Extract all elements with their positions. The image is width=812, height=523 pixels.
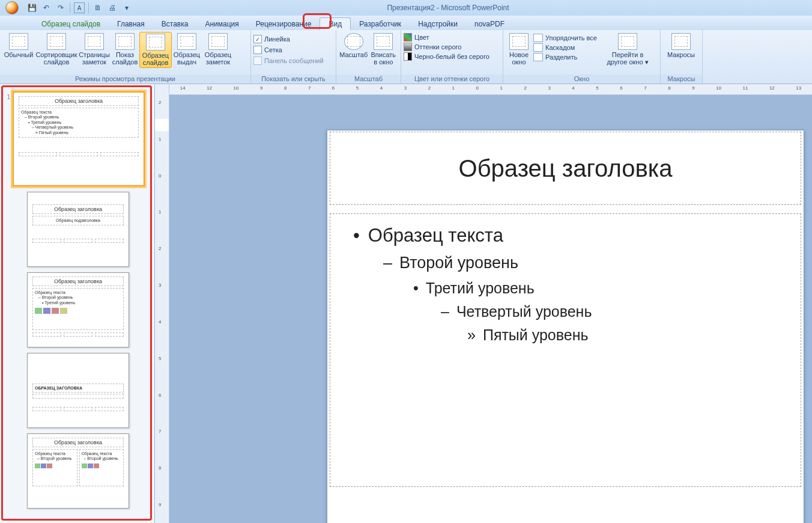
- tab-addins[interactable]: Надстройки: [410, 18, 466, 30]
- chk-gridlines[interactable]: Сетка: [253, 44, 282, 55]
- split-icon: [533, 53, 543, 61]
- edit-area: 210123456789 141210987654321012345678910…: [155, 84, 812, 523]
- qat-print[interactable]: 🖨: [107, 2, 118, 13]
- bullet-level-1: Образец текста: [353, 225, 792, 246]
- title-bar: 💾 ↶ ↷ A 🗎 🖨 ▾ Презентация2 - Microsoft P…: [0, 0, 812, 16]
- content-placeholder[interactable]: Образец текста Второй уровень Третий уро…: [330, 213, 801, 487]
- qat-separator: [88, 2, 89, 13]
- thumbnail-master[interactable]: 1 Образец заголовка Образец текста – Вто…: [3, 90, 150, 190]
- qat-redo[interactable]: ↷: [55, 2, 66, 13]
- new-window-icon: [509, 33, 529, 50]
- bullet-level-3: Третий уровень: [413, 280, 792, 297]
- macros-icon: [671, 33, 691, 50]
- checkbox-icon: [253, 57, 262, 65]
- label: Вписать: [371, 51, 396, 58]
- btn-arrange-all[interactable]: Упорядочить все: [532, 33, 604, 43]
- switch-window-icon: [618, 33, 637, 50]
- tab-animation[interactable]: Анимация: [196, 18, 247, 30]
- ribbon: Обычный Сортировщикслайдов Страницызамет…: [0, 30, 812, 84]
- arrange-icon: [533, 34, 543, 42]
- title-text: Образец заголовка: [459, 155, 673, 182]
- office-button[interactable]: [0, 0, 24, 16]
- btn-new-window[interactable]: Новоеокно: [506, 32, 532, 67]
- label: Черно-белый без серого: [414, 53, 489, 60]
- btn-cascade[interactable]: Каскадом: [532, 43, 604, 52]
- group-show-hide: ✓Линейка Сетка Панель сообщений Показать…: [251, 30, 336, 84]
- slide-canvas[interactable]: Образец заголовка Образец текста Второй …: [169, 95, 812, 523]
- label: Обычный: [4, 51, 34, 58]
- label: Перейти в: [612, 51, 644, 58]
- slide-master-icon: [146, 34, 165, 50]
- notes-icon: [85, 33, 104, 50]
- btn-grayscale[interactable]: Оттенки серого: [404, 42, 461, 52]
- btn-notes-master[interactable]: Образецзаметок: [202, 32, 234, 67]
- thumb-number: 1: [5, 94, 10, 100]
- label: окно: [512, 58, 526, 66]
- label: Линейка: [264, 35, 290, 43]
- label: слайдов: [143, 59, 169, 66]
- thumbnail-layout[interactable]: ОБРАЗЕЦ ЗАГОЛОВКА: [3, 351, 150, 432]
- btn-slide-master[interactable]: Образецслайдов: [139, 32, 172, 68]
- btn-notes-page[interactable]: Страницызаметок: [78, 32, 111, 67]
- checkbox-icon: ✓: [253, 35, 262, 43]
- window-title: Презентация2 - Microsoft PowerPoint: [132, 4, 764, 12]
- thumb-text: Образец текста: [21, 110, 136, 115]
- label: слайдов: [44, 58, 70, 66]
- btn-fit-window[interactable]: Вписатьв окно: [369, 32, 399, 67]
- thumb-slide: Образец заголовка Образец текста – Второ…: [13, 91, 145, 186]
- thumb-text: – Второй уровень: [84, 456, 122, 461]
- chk-ruler[interactable]: ✓Линейка: [253, 34, 290, 44]
- label: в окно: [374, 58, 393, 66]
- btn-color[interactable]: Цвет: [404, 32, 429, 42]
- bullet-level-2: Второй уровень: [383, 254, 792, 272]
- thumbnail-layout[interactable]: Образец заголовка Образец подзаголовка: [3, 190, 150, 271]
- btn-handout-master[interactable]: Образецвыдач: [172, 32, 202, 67]
- tab-home[interactable]: Главная: [109, 18, 153, 30]
- btn-slide-show[interactable]: Показслайдов: [111, 32, 139, 67]
- thumb-text: – Второй уровень: [37, 456, 75, 461]
- label: Цвет: [414, 34, 429, 41]
- btn-normal-view[interactable]: Обычный: [2, 32, 35, 60]
- thumb-slide: Образец заголовка Образец текста – Второ…: [27, 272, 129, 347]
- qat-separator: [70, 2, 70, 13]
- thumb-slide: ОБРАЗЕЦ ЗАГОЛОВКА: [27, 353, 129, 428]
- label: Масштаб: [339, 51, 368, 58]
- thumb-text: Образец текста: [82, 451, 122, 456]
- group-label: Масштаб: [336, 75, 401, 84]
- btn-move-split[interactable]: Разделить: [532, 52, 604, 62]
- label: Разделить: [545, 54, 577, 61]
- thumb-text: • Третий уровень: [28, 120, 136, 125]
- bullet-level-5: Пятый уровень: [467, 326, 792, 344]
- qat-undo[interactable]: ↶: [41, 2, 52, 13]
- slide-thumbnails-pane: 1 Образец заголовка Образец текста – Вто…: [0, 84, 155, 523]
- qat-new[interactable]: 🗎: [92, 2, 103, 13]
- tab-slide-master[interactable]: Образец слайдов: [33, 18, 109, 30]
- thumbnail-layout[interactable]: Образец заголовка Образец текста – Второ…: [3, 271, 150, 351]
- btn-switch-windows[interactable]: Перейти вдругое окно ▾: [604, 32, 651, 67]
- thumb-subtitle: Образец подзаголовка: [32, 216, 124, 225]
- tab-developer[interactable]: Разработчик: [351, 18, 410, 30]
- quick-access-toolbar: 💾 ↶ ↷ A 🗎 🖨 ▾: [26, 2, 132, 13]
- qat-customize[interactable]: ▾: [121, 2, 132, 13]
- btn-slide-sorter[interactable]: Сортировщикслайдов: [35, 32, 78, 67]
- btn-macros[interactable]: Макросы: [663, 32, 699, 60]
- vertical-ruler: 210123456789: [155, 84, 169, 523]
- btn-black-white[interactable]: Черно-белый без серого: [404, 52, 489, 61]
- tab-novapdf[interactable]: novaPDF: [466, 18, 513, 30]
- highlight-thumbnails: 1 Образец заголовка Образец текста – Вто…: [1, 85, 152, 521]
- qat-textbox[interactable]: A: [74, 2, 85, 13]
- group-label: Цвет или оттенки серого: [401, 75, 503, 84]
- label: Образец: [142, 52, 169, 59]
- thumbnail-layout[interactable]: Образец заголовка Образец текста – Второ…: [3, 432, 150, 512]
- qat-save[interactable]: 💾: [26, 2, 37, 13]
- slide-master-preview: Образец заголовка Образец текста Второй …: [327, 130, 804, 523]
- title-placeholder[interactable]: Образец заголовка: [330, 132, 801, 205]
- label: Образец: [174, 51, 200, 58]
- btn-zoom[interactable]: Масштаб: [339, 32, 369, 60]
- group-window: Новоеокно Упорядочить все Каскадом Разде…: [503, 30, 661, 84]
- tab-insert[interactable]: Вставка: [153, 18, 197, 30]
- thumb-slide: Образец заголовка Образец подзаголовка: [27, 192, 129, 267]
- notes-master-icon: [208, 33, 228, 50]
- ribbon-tabs: Образец слайдов Главная Вставка Анимация…: [0, 16, 812, 30]
- label: выдач: [177, 58, 196, 66]
